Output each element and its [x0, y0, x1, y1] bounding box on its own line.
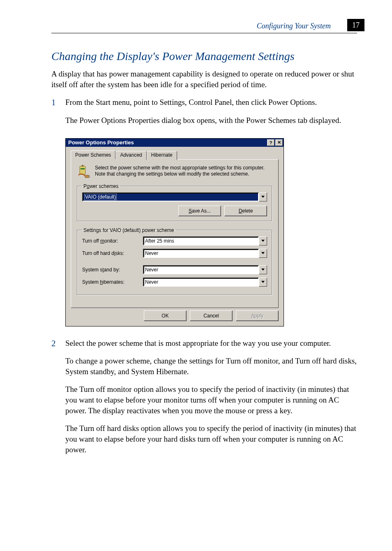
battery-plug-icon [77, 164, 91, 178]
chevron-down-icon[interactable] [259, 265, 267, 274]
cancel-button[interactable]: Cancel [190, 310, 233, 321]
tab-hibernate[interactable]: Hibernate [147, 151, 177, 160]
setting-row-monitor: Turn off monitor: After 25 mins [82, 236, 267, 245]
step-number: 1 [51, 97, 65, 133]
setting-label: System hibernates: [82, 279, 143, 285]
step-text: From the Start menu, point to Settings, … [65, 97, 357, 108]
chevron-down-icon[interactable] [259, 192, 267, 201]
help-button[interactable]: ? [267, 139, 274, 146]
group-legend: Settings for VAIO (default) power scheme [82, 227, 175, 233]
tabs: Power Schemes Advanced Hibernate [71, 150, 279, 160]
setting-label: Turn off hard disks: [82, 250, 143, 256]
turn-off-hard-disks-select[interactable]: Never [143, 249, 267, 258]
setting-label: System stand by: [82, 267, 143, 273]
dialog-title: Power Options Properties [68, 139, 134, 146]
combo-value: Never [145, 250, 158, 256]
power-scheme-select[interactable]: VAIO (default) [82, 192, 267, 201]
apply-button[interactable]: Apply [236, 310, 279, 321]
setting-row-hard-disks: Turn off hard disks: Never [82, 249, 267, 258]
svg-rect-3 [85, 175, 89, 178]
step-number: 2 [51, 338, 65, 463]
system-hibernates-select[interactable]: Never [143, 278, 267, 287]
svg-rect-5 [89, 177, 90, 178]
tab-advanced[interactable]: Advanced [115, 151, 146, 160]
delete-button[interactable]: Delete [224, 206, 267, 216]
setting-row-standby: System stand by: Never [82, 265, 267, 274]
header-section-label: Configuring Your System [257, 22, 331, 30]
power-scheme-value: VAIO (default) [84, 194, 117, 200]
chevron-down-icon[interactable] [259, 278, 267, 287]
svg-rect-1 [82, 165, 83, 167]
tab-panel: Select the power scheme with the most ap… [71, 159, 279, 308]
page-header: Configuring Your System 17 [51, 21, 357, 33]
settings-group: Settings for VAIO (default) power scheme… [77, 227, 272, 295]
combo-value: After 25 mins [145, 238, 174, 244]
step-text: To change a power scheme, change the set… [65, 356, 357, 377]
chevron-down-icon[interactable] [259, 249, 267, 258]
svg-rect-4 [89, 176, 90, 176]
power-schemes-group: Power schemes VAIO (default) Save As... … [77, 183, 272, 222]
combo-value: Never [145, 267, 158, 273]
group-legend: Power schemes [82, 183, 120, 189]
step-text: The Turn off hard disks option allows yo… [65, 423, 357, 455]
section-title: Changing the Display's Power Management … [51, 50, 357, 63]
close-icon: ✕ [277, 140, 281, 145]
system-standby-select[interactable]: Never [143, 265, 267, 274]
power-options-dialog: Power Options Properties ? ✕ Power Schem… [65, 138, 284, 326]
svg-rect-2 [81, 168, 85, 169]
page-number: 17 [347, 19, 364, 31]
chevron-down-icon[interactable] [259, 236, 267, 245]
tab-power-schemes[interactable]: Power Schemes [71, 150, 115, 160]
setting-row-hibernates: System hibernates: Never [82, 278, 267, 287]
svg-rect-0 [80, 166, 85, 174]
combo-value: Never [145, 279, 158, 285]
dialog-titlebar: Power Options Properties ? ✕ [66, 139, 284, 147]
intro-paragraph: A display that has power management capa… [51, 69, 357, 90]
step-1: 1 From the Start menu, point to Settings… [51, 97, 357, 133]
step-2: 2 Select the power scheme that is most a… [51, 338, 357, 463]
step-text: The Power Options Properties dialog box … [65, 115, 357, 126]
step-text: The Turn off monitor option allows you t… [65, 384, 357, 416]
turn-off-monitor-select[interactable]: After 25 mins [143, 236, 267, 245]
save-as-button[interactable]: Save As... [178, 206, 221, 216]
step-text: Select the power scheme that is most app… [65, 338, 357, 349]
dialog-info-text: Select the power scheme with the most ap… [95, 164, 272, 177]
close-button[interactable]: ✕ [275, 139, 283, 146]
question-icon: ? [270, 140, 272, 145]
ok-button[interactable]: OK [144, 310, 187, 321]
setting-label: Turn off monitor: [82, 238, 143, 244]
